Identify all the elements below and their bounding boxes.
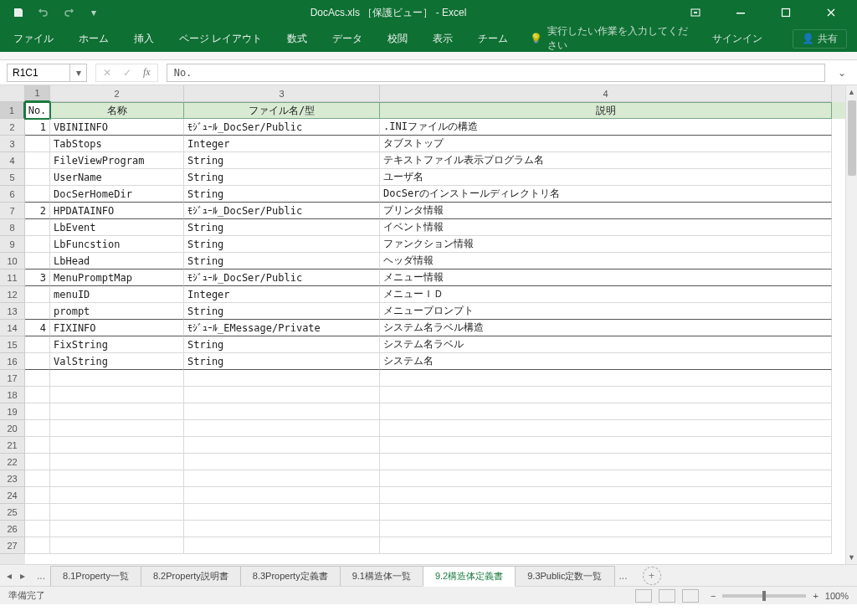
name-box-dropdown-icon[interactable]: ▾ bbox=[69, 64, 86, 81]
cell[interactable]: String bbox=[184, 253, 380, 270]
cell[interactable]: 4 bbox=[25, 320, 50, 336]
sheet-tab[interactable]: 8.1Property一覧 bbox=[50, 566, 141, 586]
zoom-out-icon[interactable]: − bbox=[711, 591, 716, 601]
cell[interactable]: イベント情報 bbox=[380, 219, 832, 236]
formula-input[interactable]: No. bbox=[167, 64, 825, 82]
zoom-knob[interactable] bbox=[762, 591, 766, 601]
cell[interactable]: menuID bbox=[50, 286, 184, 303]
cell[interactable] bbox=[25, 353, 50, 370]
cell[interactable] bbox=[50, 521, 184, 537]
cell[interactable] bbox=[184, 437, 380, 454]
cell[interactable]: DocSerのインストールディレクトリ名 bbox=[380, 186, 832, 203]
cell[interactable]: ファイル名/型 bbox=[184, 102, 380, 119]
row-header[interactable]: 14 bbox=[0, 320, 25, 336]
tab-prev-icon[interactable]: ◂ bbox=[7, 570, 12, 582]
cell[interactable] bbox=[380, 487, 832, 504]
ribbon-tab-insert[interactable]: 挿入 bbox=[131, 27, 157, 51]
minimize-icon[interactable] bbox=[721, 0, 760, 25]
cell[interactable]: Integer bbox=[184, 286, 380, 303]
cell[interactable]: 3 bbox=[25, 270, 50, 286]
cell[interactable]: メニューＩＤ bbox=[380, 286, 832, 303]
cell[interactable] bbox=[25, 454, 50, 470]
sheet-tab[interactable]: 8.2Property説明書 bbox=[141, 566, 241, 586]
ribbon-tab-team[interactable]: チーム bbox=[475, 27, 511, 51]
row-header[interactable]: 12 bbox=[0, 286, 25, 303]
cell[interactable] bbox=[184, 537, 380, 554]
row-header[interactable]: 10 bbox=[0, 253, 25, 270]
cell[interactable]: String bbox=[184, 169, 380, 186]
column-header[interactable]: 1 bbox=[25, 85, 50, 102]
cell[interactable]: VBINIINFO bbox=[50, 119, 184, 136]
cell[interactable] bbox=[50, 420, 184, 437]
row-header[interactable]: 20 bbox=[0, 420, 25, 437]
cell[interactable] bbox=[380, 521, 832, 537]
cell[interactable] bbox=[184, 504, 380, 521]
maximize-icon[interactable] bbox=[767, 0, 805, 25]
cell[interactable] bbox=[380, 420, 832, 437]
cell[interactable]: String bbox=[184, 336, 380, 353]
sheet-tab[interactable]: 9.3Public定数一覧 bbox=[515, 566, 614, 586]
row-header[interactable]: 2 bbox=[0, 119, 25, 136]
cell[interactable]: ValString bbox=[50, 353, 184, 370]
row-header[interactable]: 6 bbox=[0, 186, 25, 203]
cell[interactable]: システム名ラベル構造 bbox=[380, 320, 832, 336]
row-header[interactable]: 21 bbox=[0, 437, 25, 454]
row-header[interactable]: 3 bbox=[0, 136, 25, 152]
cell[interactable]: TabStops bbox=[50, 136, 184, 152]
cell[interactable]: MenuPromptMap bbox=[50, 270, 184, 286]
cell[interactable] bbox=[380, 454, 832, 470]
cell[interactable] bbox=[25, 403, 50, 420]
row-header[interactable]: 9 bbox=[0, 236, 25, 253]
ribbon-tab-data[interactable]: データ bbox=[329, 27, 366, 51]
cell[interactable] bbox=[380, 504, 832, 521]
cell[interactable] bbox=[50, 454, 184, 470]
cell[interactable] bbox=[184, 370, 380, 387]
name-box[interactable]: ▾ bbox=[7, 64, 87, 82]
row-header[interactable]: 27 bbox=[0, 537, 25, 554]
cell[interactable] bbox=[25, 286, 50, 303]
cell[interactable]: 説明 bbox=[380, 102, 832, 119]
view-pagelayout-icon[interactable] bbox=[659, 589, 675, 603]
new-sheet-button[interactable]: + bbox=[643, 567, 661, 585]
row-header[interactable]: 25 bbox=[0, 504, 25, 521]
cell[interactable]: String bbox=[184, 186, 380, 203]
cell[interactable] bbox=[50, 470, 184, 487]
sheet-tab[interactable]: 9.2構造体定義書 bbox=[423, 566, 516, 587]
cell[interactable] bbox=[184, 487, 380, 504]
cell[interactable]: String bbox=[184, 236, 380, 253]
cell[interactable] bbox=[25, 521, 50, 537]
cell[interactable] bbox=[25, 219, 50, 236]
qat-dropdown-icon[interactable]: ▾ bbox=[87, 6, 100, 19]
ribbon-tab-file[interactable]: ファイル bbox=[10, 27, 57, 51]
tell-me[interactable]: 💡 実行したい作業を入力してください bbox=[530, 24, 694, 53]
cell[interactable] bbox=[25, 186, 50, 203]
cell[interactable]: String bbox=[184, 353, 380, 370]
row-header[interactable]: 18 bbox=[0, 387, 25, 403]
cell[interactable]: メニュー情報 bbox=[380, 270, 832, 286]
ribbon-options-icon[interactable] bbox=[676, 0, 715, 25]
cell[interactable] bbox=[25, 387, 50, 403]
cell[interactable]: prompt bbox=[50, 303, 184, 320]
cell[interactable]: ﾓｼﾞｭｰﾙ_DocSer/Public bbox=[184, 270, 380, 286]
tabs-overflow-right[interactable]: ... bbox=[614, 570, 633, 582]
vertical-scrollbar[interactable]: ▲ ▼ bbox=[845, 85, 857, 564]
row-header[interactable]: 13 bbox=[0, 303, 25, 320]
column-header[interactable]: 2 bbox=[50, 85, 184, 102]
row-header[interactable]: 7 bbox=[0, 203, 25, 219]
cell[interactable]: FixString bbox=[50, 336, 184, 353]
view-normal-icon[interactable] bbox=[635, 589, 652, 603]
cell[interactable] bbox=[25, 253, 50, 270]
ribbon-tab-home[interactable]: ホーム bbox=[75, 27, 112, 51]
cell[interactable] bbox=[184, 420, 380, 437]
cell[interactable]: システム名ラベル bbox=[380, 336, 832, 353]
name-box-input[interactable] bbox=[8, 67, 69, 79]
column-header[interactable]: 3 bbox=[184, 85, 380, 102]
close-icon[interactable] bbox=[812, 0, 850, 25]
cell[interactable] bbox=[25, 303, 50, 320]
cell[interactable] bbox=[50, 370, 184, 387]
cell[interactable]: システム名 bbox=[380, 353, 832, 370]
row-header[interactable]: 17 bbox=[0, 370, 25, 387]
cell[interactable]: 1 bbox=[25, 119, 50, 136]
tabs-overflow-left[interactable]: ... bbox=[32, 570, 50, 582]
row-header[interactable]: 1 bbox=[0, 102, 25, 119]
